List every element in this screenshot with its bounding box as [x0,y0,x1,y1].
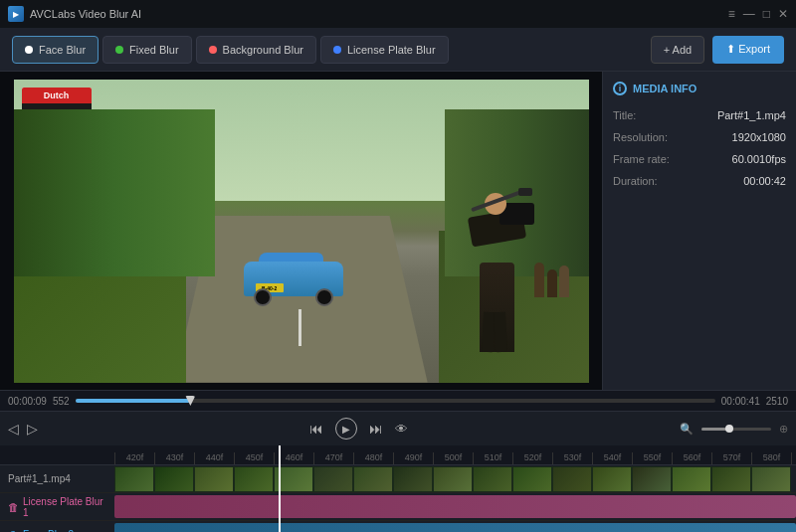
thumb-12 [552,466,592,492]
transport-controls: ◁ ▷ ⏮ ▶ ⏭ 👁 🔍 ⊕ [0,412,796,445]
lp-blur-dot [333,46,341,54]
info-row-duration: Duration: 00:00:42 [613,175,786,187]
titlebar: ▶ AVCLabs Video Blur AI ≡ — □ ✕ [0,0,796,28]
tab-face-blur[interactable]: Face Blur [12,36,99,64]
cameraman [465,193,534,352]
thumb-13 [592,466,632,492]
zoom-out-icon: 🔍 [680,423,694,436]
add-label: + Add [664,44,692,56]
thumb-4 [234,466,274,492]
zoom-in-icon: ⊕ [779,423,788,436]
video-frame: B-40-2 [14,80,589,383]
car-wheel-left [254,288,272,306]
tab-background-blur-label: Background Blur [223,44,303,56]
face-blur-bar [114,523,796,532]
transport-right: 🔍 ⊕ [680,423,788,436]
minimize-icon[interactable]: — [743,7,755,21]
video-scene: B-40-2 [14,80,589,383]
play-button[interactable]: ▶ [335,418,357,440]
ruler-mark-520: 520f [512,452,552,464]
prev-frame-button[interactable]: ◁ [8,421,19,437]
info-icon: i [613,82,627,95]
track-lp-name: License Plate Blur 1 [23,496,106,518]
ruler-mark-450: 450f [234,452,274,464]
framerate-label: Frame rate: [613,153,670,165]
titlebar-left: ▶ AVCLabs Video Blur AI [8,6,141,22]
transport-center: ⏮ ▶ ⏭ 👁 [38,418,680,440]
thumb-strip [114,465,796,492]
resolution-label: Resolution: [613,131,668,143]
toolbar-actions: + Add ⬆ Export [651,36,784,64]
thumb-8 [393,466,433,492]
menu-icon[interactable]: ≡ [728,7,735,21]
export-button[interactable]: ⬆ Export [712,36,784,64]
eye-button[interactable]: 👁 [395,422,408,437]
track-lp-content[interactable] [114,493,796,520]
seekbar-container[interactable]: 00:00:09 552 00:00:41 2510 [0,390,796,412]
thumb-14 [632,466,672,492]
tab-background-blur[interactable]: Background Blur [196,36,316,64]
road-line [298,309,301,346]
track-lp-blur: 🗑 License Plate Blur 1 [0,493,796,521]
tab-face-blur-label: Face Blur [39,44,86,56]
next-frame-button[interactable]: ▷ [27,421,38,437]
seekbar[interactable] [76,399,715,403]
skip-forward-button[interactable]: ⏭ [369,421,383,437]
toolbar: Face Blur Fixed Blur Background Blur Lic… [0,28,796,72]
tree-line-left [14,109,215,276]
add-button[interactable]: + Add [651,36,704,64]
ruler-mark-490: 490f [393,452,433,464]
thumb-7 [353,466,393,492]
resolution-value: 1920x1080 [732,131,786,143]
zoom-thumb[interactable] [725,425,733,433]
title-label: Title: [613,109,636,121]
car: B-40-2 [244,252,343,306]
thumb-1 [114,466,154,492]
start-frame: 552 [53,396,70,407]
fixed-blur-dot [115,46,123,54]
tab-fixed-blur-label: Fixed Blur [129,44,179,56]
zoom-slider[interactable] [701,428,771,431]
main-content: B-40-2 [0,72,796,390]
playhead[interactable] [279,445,281,532]
transport-left: ◁ ▷ [8,421,38,437]
app-icon: ▶ [8,6,24,22]
media-info-title: MEDIA INFO [633,83,696,94]
close-icon[interactable]: ✕ [778,7,788,21]
spectators [529,248,589,297]
maximize-icon[interactable]: □ [763,7,770,21]
titlebar-title: AVCLabs Video Blur AI [30,8,141,20]
ruler-mark-550: 550f [632,452,672,464]
track-video-label: Part#1_1.mp4 [0,473,114,484]
seekbar-fill [76,399,191,403]
info-row-framerate: Frame rate: 60.0010fps [613,153,786,165]
lp-blur-bar [114,495,796,518]
framerate-value: 60.0010fps [732,153,786,165]
ruler-mark-500: 500f [433,452,473,464]
trash-icon-lp[interactable]: 🗑 [8,501,19,513]
titlebar-controls: ≡ — □ ✕ [728,7,788,21]
ruler-mark-570: 570f [711,452,751,464]
track-face-content[interactable] [114,521,796,532]
duration-label: Duration: [613,175,658,187]
start-time: 00:00:09 [8,396,47,407]
trash-icon-face[interactable]: 🗑 [8,529,19,533]
logo-top: Dutch [22,88,92,103]
info-row-title: Title: Part#1_1.mp4 [613,109,786,121]
thumb-17 [751,466,791,492]
info-row-resolution: Resolution: 1920x1080 [613,131,786,143]
track-face-blur: 🗑 Face Blur 2 [0,521,796,532]
track-lp-label: 🗑 License Plate Blur 1 [0,496,114,518]
skip-back-button[interactable]: ⏮ [309,421,323,437]
title-value: Part#1_1.mp4 [717,109,786,121]
ruler-mark-580: 580f [751,452,791,464]
tab-fixed-blur[interactable]: Fixed Blur [102,36,192,64]
tab-license-plate-blur[interactable]: License Plate Blur [320,36,449,64]
track-video-content[interactable] [114,465,796,492]
ruler-mark-420: 420f [114,452,154,464]
video-area[interactable]: B-40-2 [0,72,602,390]
track-video: Part#1_1.mp4 [0,465,796,493]
media-info-header: i MEDIA INFO [613,82,786,95]
thumb-15 [672,466,711,492]
ruler-mark-440: 440f [194,452,234,464]
